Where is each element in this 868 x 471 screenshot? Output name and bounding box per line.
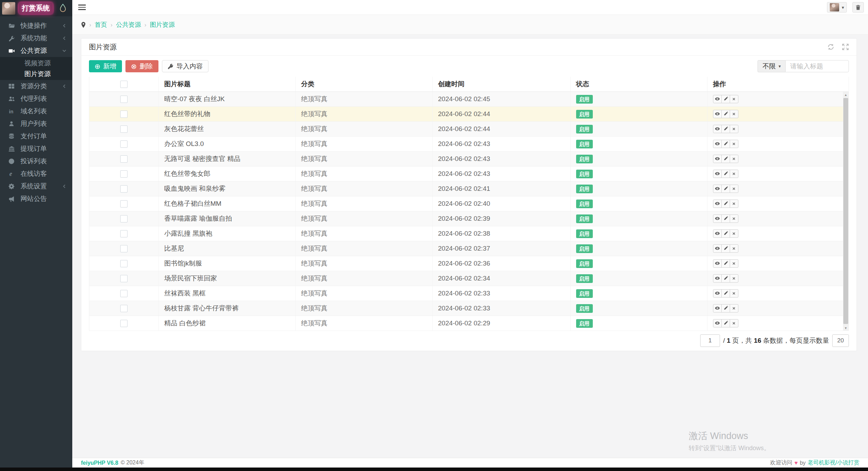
delete-row-button[interactable] (730, 200, 738, 208)
delete-row-button[interactable] (730, 95, 738, 103)
page-size-input[interactable] (832, 334, 849, 347)
view-button[interactable] (713, 185, 722, 193)
table-row[interactable]: 小露乱撞 黑旗袍 绝顶写真 2024-06-02 02:38 启用 (89, 226, 849, 241)
delete-row-button[interactable] (730, 140, 738, 148)
view-button[interactable] (713, 214, 722, 223)
row-checkbox[interactable] (120, 140, 128, 148)
sidebar-item[interactable]: 用户列表 (0, 117, 72, 130)
row-checkbox[interactable] (120, 155, 128, 163)
edit-button[interactable] (721, 274, 730, 283)
refresh-icon[interactable] (827, 43, 834, 50)
view-button[interactable] (713, 319, 722, 327)
edit-button[interactable] (721, 200, 730, 208)
edit-button[interactable] (721, 140, 730, 148)
delete-button[interactable]: ⊗ 删除 (125, 60, 158, 72)
table-row[interactable]: 图书馆jk制服 绝顶写真 2024-06-02 02:36 启用 (89, 256, 849, 271)
delete-row-button[interactable] (730, 289, 738, 298)
row-checkbox[interactable] (120, 320, 128, 327)
delete-row-button[interactable] (730, 274, 738, 283)
delete-row-button[interactable] (730, 155, 738, 163)
edit-button[interactable] (721, 170, 730, 178)
row-checkbox[interactable] (120, 96, 128, 103)
view-button[interactable] (713, 244, 722, 253)
breadcrumb-link[interactable]: 公共资源 (116, 21, 141, 28)
sidebar-item[interactable]: e在线访客 (0, 168, 72, 180)
table-row[interactable]: 吸血鬼映画 和泉纱雾 绝顶写真 2024-06-02 02:41 启用 (89, 181, 849, 196)
scroll-thumb[interactable] (843, 98, 848, 324)
edit-button[interactable] (721, 95, 730, 103)
sidebar-item[interactable]: 支付订单 (0, 130, 72, 143)
row-checkbox[interactable] (120, 200, 128, 208)
edit-button[interactable] (721, 185, 730, 193)
scroll-up-icon[interactable]: ▲ (843, 92, 849, 98)
view-button[interactable] (713, 140, 722, 148)
filter-dropdown[interactable]: 不限 ▾ (758, 60, 785, 72)
view-button[interactable] (713, 155, 722, 163)
row-checkbox[interactable] (120, 185, 128, 193)
view-button[interactable] (713, 274, 722, 283)
view-button[interactable] (713, 304, 722, 312)
edit-button[interactable] (721, 110, 730, 118)
trash-button[interactable] (852, 2, 864, 13)
table-row[interactable]: 办公室 OL3.0 绝顶写真 2024-06-02 02:43 启用 (89, 136, 849, 151)
table-row[interactable]: 杨枝甘露 背心牛仔背带裤 绝顶写真 2024-06-02 02:33 启用 (89, 301, 849, 316)
sidebar-toggle-icon[interactable] (78, 5, 86, 10)
view-button[interactable] (713, 110, 722, 118)
select-all-checkbox[interactable] (120, 81, 128, 88)
row-checkbox[interactable] (120, 260, 128, 267)
sidebar-item[interactable]: 代理列表 (0, 92, 72, 105)
view-button[interactable] (713, 229, 722, 238)
edit-button[interactable] (721, 304, 730, 312)
row-checkbox[interactable] (120, 125, 128, 133)
table-row[interactable]: 红色丝带兔女郎 绝顶写真 2024-06-02 02:43 启用 (89, 166, 849, 181)
table-row[interactable]: 红色丝带的礼物 绝顶写真 2024-06-02 02:44 启用 (89, 106, 849, 121)
table-row[interactable]: 灰色花花蕾丝 绝顶写真 2024-06-02 02:44 启用 (89, 121, 849, 136)
sidebar-item[interactable]: 资源分类 (0, 80, 72, 92)
expand-icon[interactable] (842, 43, 849, 50)
sidebar-item[interactable]: 投诉列表 (0, 155, 72, 168)
row-checkbox[interactable] (120, 275, 128, 282)
delete-row-button[interactable] (730, 170, 738, 178)
delete-row-button[interactable] (730, 304, 738, 312)
search-input[interactable] (785, 60, 849, 72)
row-checkbox[interactable] (120, 305, 128, 312)
delete-row-button[interactable] (730, 244, 738, 253)
row-checkbox[interactable] (120, 215, 128, 222)
delete-row-button[interactable] (730, 229, 738, 238)
scroll-down-icon[interactable]: ▼ (843, 325, 849, 331)
row-checkbox[interactable] (120, 290, 128, 297)
edit-button[interactable] (721, 289, 730, 298)
row-checkbox[interactable] (120, 111, 128, 118)
sidebar-item[interactable]: 快捷操作 (0, 19, 72, 32)
view-button[interactable] (713, 289, 722, 298)
delete-row-button[interactable] (730, 319, 738, 327)
view-button[interactable] (713, 95, 722, 103)
edit-button[interactable] (721, 229, 730, 238)
edit-button[interactable] (721, 244, 730, 253)
view-button[interactable] (713, 200, 722, 208)
view-button[interactable] (713, 170, 722, 178)
edit-button[interactable] (721, 155, 730, 163)
sidebar-item[interactable]: in域名列表 (0, 105, 72, 117)
edit-button[interactable] (721, 319, 730, 327)
breadcrumb-link[interactable]: 首页 (95, 21, 107, 28)
table-row[interactable]: 红色格子裙白丝MM 绝顶写真 2024-06-02 02:40 启用 (89, 196, 849, 211)
table-row[interactable]: 香草喵露露 瑜伽服自拍 绝顶写真 2024-06-02 02:39 启用 (89, 211, 849, 226)
sidebar-item[interactable]: 网站公告 (0, 193, 72, 205)
delete-row-button[interactable] (730, 214, 738, 223)
import-content-button[interactable]: 导入内容 (162, 60, 208, 72)
delete-row-button[interactable] (730, 259, 738, 268)
view-button[interactable] (713, 259, 722, 268)
sidebar-item[interactable]: 系统设置 (0, 180, 72, 193)
delete-row-button[interactable] (730, 110, 738, 118)
edit-button[interactable] (721, 214, 730, 223)
sidebar-subitem[interactable]: 图片资源 (0, 68, 72, 79)
table-row[interactable]: 丝袜西装 黑框 绝顶写真 2024-06-02 02:33 启用 (89, 286, 849, 301)
table-row[interactable]: 晴空-07 夜夜 白丝JK 绝顶写真 2024-06-02 02:45 启用 (89, 91, 849, 106)
table-row[interactable]: 比基尼 绝顶写真 2024-06-02 02:37 启用 (89, 241, 849, 256)
delete-row-button[interactable] (730, 185, 738, 193)
view-button[interactable] (713, 125, 722, 133)
breadcrumb-link[interactable]: 图片资源 (150, 21, 175, 28)
sidebar-subitem[interactable]: 视频资源 (0, 58, 72, 68)
add-button[interactable]: ⊕ 新增 (89, 60, 122, 72)
